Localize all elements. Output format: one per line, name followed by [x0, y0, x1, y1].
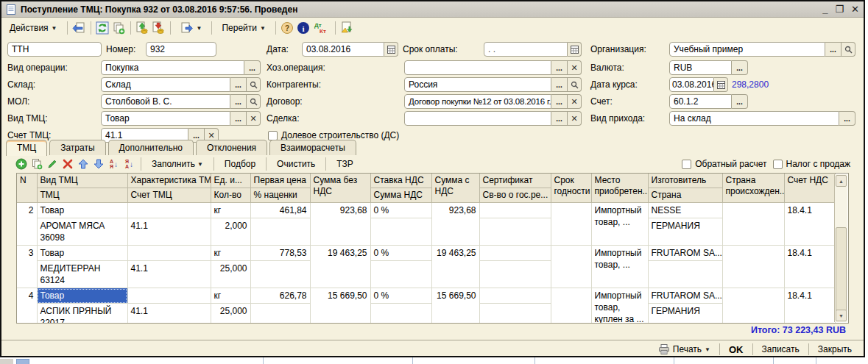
cell-characteristic[interactable]	[127, 246, 211, 261]
sales-tax-checkbox[interactable]	[773, 160, 783, 169]
magnifier-icon[interactable]	[841, 42, 855, 57]
column-header[interactable]: Срок годности	[551, 174, 591, 203]
cell-first-price[interactable]: 461,84	[250, 203, 310, 218]
choose-button[interactable]: ...	[732, 94, 748, 109]
cell-shelf-life[interactable]	[551, 288, 591, 324]
choose-button[interactable]: ...	[732, 60, 748, 75]
cell-origin-country[interactable]	[722, 246, 784, 288]
ok-button[interactable]: OK	[723, 342, 749, 357]
cell-sum-no-vat[interactable]: 19 463,25	[310, 246, 370, 288]
edit-row-icon[interactable]	[46, 158, 58, 171]
cell-sum-no-vat[interactable]: 15 669,50	[310, 288, 370, 324]
cell-unit[interactable]: кг	[211, 203, 250, 218]
cell-certificate[interactable]	[479, 246, 551, 261]
calendar-icon[interactable]	[384, 42, 398, 57]
column-header[interactable]: Счет НДС	[784, 174, 835, 203]
cell-row-number[interactable]: 4	[17, 288, 37, 324]
cell-first-price[interactable]: 778,53	[250, 246, 310, 261]
print-button[interactable]: Печать ▼	[652, 342, 716, 357]
column-header[interactable]: Вид ТМЦ	[37, 174, 127, 188]
pick-button[interactable]: Подбор	[219, 157, 261, 171]
unpost-document-icon[interactable]	[152, 21, 166, 35]
cell-shelf-life[interactable]	[551, 203, 591, 246]
cell-markup[interactable]	[250, 261, 310, 288]
cell-sum-with-vat[interactable]: 15 669,50	[431, 288, 479, 324]
delete-row-icon[interactable]	[61, 158, 74, 171]
cell-purchase-place[interactable]: Импортный товар, ...	[591, 246, 648, 288]
income-kind-field[interactable]: На склад	[669, 111, 839, 126]
sort-asc-icon[interactable]: АЯ↓	[107, 158, 120, 171]
tmc-kind-field[interactable]: Товар	[101, 111, 230, 126]
column-subheader[interactable]: Сумма НДС	[370, 188, 431, 203]
choose-button[interactable]: ...	[551, 60, 568, 75]
title-bar[interactable]: Поступление ТМЦ: Покупка 932 от 03.08.20…	[1, 1, 864, 18]
column-header[interactable]: Ставка НДС	[370, 174, 431, 188]
add-row-icon[interactable]	[15, 158, 27, 171]
cell-vat-rate[interactable]: 0 %	[370, 203, 431, 218]
create-based-on-button[interactable]: ▼	[175, 19, 208, 37]
column-header[interactable]: N	[17, 174, 37, 203]
cell-tmc-kind[interactable]: Товар	[37, 203, 127, 218]
column-header[interactable]: Место приобретен...	[591, 174, 648, 203]
contract-field[interactable]: Договор покупки №12 от 03.08.2016 г.	[404, 94, 551, 109]
choose-button[interactable]: ...	[230, 94, 247, 109]
column-header[interactable]: Сумма без НДС	[310, 174, 370, 203]
choose-button[interactable]: ...	[551, 77, 568, 92]
dt-kt-icon[interactable]: ДтКт	[313, 21, 331, 35]
actions-button[interactable]: Действия▼	[4, 21, 63, 35]
date-field[interactable]: 03.08.2016	[302, 42, 384, 57]
cell-vat-sum[interactable]	[370, 261, 431, 288]
shared-construction-checkbox[interactable]	[268, 131, 278, 140]
payment-due-field[interactable]: . .	[484, 42, 568, 57]
column-header[interactable]: Изготовитель	[648, 174, 722, 188]
choose-button[interactable]: ...	[244, 60, 261, 75]
cell-tmc-kind[interactable]: Товар	[37, 246, 127, 261]
column-header[interactable]: Сумма с НДС	[431, 174, 479, 203]
cell-markup[interactable]	[250, 218, 310, 246]
mol-field[interactable]: Столбовой В. С.	[101, 94, 230, 109]
cell-sum-with-vat[interactable]: 923,68	[431, 203, 479, 246]
move-down-icon[interactable]	[92, 158, 105, 171]
doc-type-field[interactable]: ТТН	[7, 42, 102, 57]
clear-x-icon[interactable]: ✕	[568, 60, 582, 75]
cell-vat-sum[interactable]	[370, 304, 431, 324]
choose-button[interactable]: ...	[230, 111, 247, 126]
cell-tmc-name[interactable]: АСПИК ПРЯНЫЙ 22017	[37, 304, 127, 324]
cell-vat-account[interactable]: 18.4.1	[784, 246, 835, 288]
fill-button[interactable]: Заполнить▼	[147, 157, 208, 171]
cell-sum-no-vat[interactable]: 923,68	[310, 203, 370, 246]
scroll-down-icon[interactable]: ▼	[836, 310, 847, 321]
cell-state-reg[interactable]	[479, 218, 551, 246]
rate-date-field[interactable]: 03.08.2016	[669, 77, 714, 92]
copy-row-icon[interactable]	[30, 158, 43, 171]
cell-sum-with-vat[interactable]: 19 463,25	[431, 246, 479, 288]
tab-vzaimoraschety[interactable]: Взаиморасчеты	[269, 140, 356, 155]
cell-manufacturer[interactable]: NESSE	[648, 203, 722, 218]
refresh-icon[interactable]	[96, 21, 110, 35]
clear-x-icon[interactable]: ✕	[568, 111, 582, 126]
cell-certificate[interactable]	[479, 288, 551, 304]
cell-quantity[interactable]: 25,000	[211, 261, 250, 288]
cell-tmc-name[interactable]: АРОМАТ МЯСА 36098	[37, 218, 127, 246]
choose-button[interactable]: ...	[230, 77, 247, 92]
cell-tmc-account[interactable]: 41.1	[127, 304, 211, 324]
magnifier-icon[interactable]	[568, 77, 582, 92]
write-document-icon[interactable]	[72, 21, 86, 35]
maximize-button[interactable]: ❐	[835, 4, 844, 15]
cell-quantity[interactable]: 25,000	[211, 304, 250, 324]
currency-field[interactable]: RUB	[669, 60, 732, 75]
info-icon[interactable]: i	[297, 21, 311, 35]
minimize-button[interactable]: _	[822, 4, 828, 15]
counterparties-field[interactable]: Россия	[404, 77, 551, 92]
cell-characteristic[interactable]	[127, 203, 211, 218]
choose-button[interactable]: ...	[551, 94, 568, 109]
scroll-up-icon[interactable]: ▲	[836, 175, 847, 187]
cell-vat-sum[interactable]	[370, 218, 431, 246]
clear-x-icon[interactable]: ✕	[247, 111, 261, 126]
column-subheader[interactable]: Счет ТМЦ	[127, 188, 211, 203]
cell-row-number[interactable]: 3	[17, 246, 37, 288]
cell-vat-rate[interactable]: 0 %	[370, 246, 431, 261]
cell-unit[interactable]: кг	[211, 246, 250, 261]
cell-origin-country[interactable]	[722, 288, 784, 324]
column-subheader[interactable]: Кол-во	[211, 188, 250, 203]
